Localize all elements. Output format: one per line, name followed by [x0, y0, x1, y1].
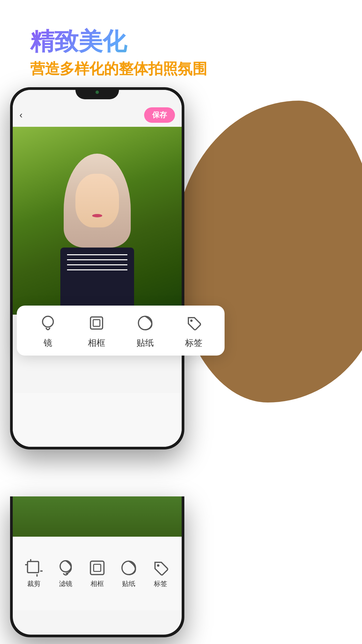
- phone-toolbar: [13, 393, 182, 447]
- frame-icon: [86, 312, 107, 334]
- toolbar2-item-tag[interactable]: 标签: [152, 559, 169, 588]
- toolbar-popup: 镜 相框 贴纸 标签: [17, 306, 225, 356]
- second-phone-screen: 裁剪 滤镜: [13, 496, 182, 635]
- tag-icon: [183, 312, 204, 334]
- svg-point-14: [157, 564, 159, 567]
- second-phone-toolbar: 裁剪 滤镜: [13, 537, 182, 610]
- sticker2-icon: [120, 559, 137, 577]
- svg-rect-1: [90, 317, 103, 329]
- svg-rect-5: [27, 561, 39, 573]
- svg-rect-12: [94, 564, 101, 571]
- crop-label: 裁剪: [27, 579, 41, 588]
- frame2-icon: [88, 559, 106, 577]
- toolbar2-item-frame[interactable]: 相框: [88, 559, 106, 588]
- main-phone: ‹ 保存: [10, 87, 184, 449]
- tag2-icon: [152, 559, 169, 577]
- phone-frame: ‹ 保存: [10, 87, 184, 449]
- svg-point-4: [190, 320, 192, 322]
- svg-rect-11: [90, 561, 104, 574]
- tag2-label: 标签: [154, 579, 167, 588]
- save-button[interactable]: 保存: [144, 107, 175, 123]
- header-section: 精致美化 营造多样化的整体拍照氛围: [30, 27, 207, 79]
- filter-label: 滤镜: [59, 579, 72, 588]
- svg-point-10: [60, 560, 71, 572]
- portrait-body: [60, 248, 134, 315]
- back-button[interactable]: ‹: [19, 110, 22, 120]
- svg-rect-2: [93, 320, 100, 326]
- filter-icon: [57, 559, 74, 577]
- toolbar2-item-crop[interactable]: 裁剪: [25, 559, 43, 588]
- toolbar-item-tag[interactable]: 标签: [183, 312, 204, 349]
- svg-point-0: [43, 316, 53, 327]
- second-phone-photo: [13, 496, 182, 537]
- frame-label: 相框: [88, 337, 105, 349]
- mirror-icon: [37, 312, 59, 334]
- toolbar-item-mirror[interactable]: 镜: [37, 312, 59, 349]
- sticker2-label: 贴纸: [122, 579, 135, 588]
- mirror-label: 镜: [44, 337, 52, 349]
- sub-title: 营造多样化的整体拍照氛围: [30, 59, 207, 79]
- toolbar-item-sticker[interactable]: 贴纸: [134, 312, 156, 349]
- sticker-icon: [134, 312, 156, 334]
- sticker-label: 贴纸: [136, 337, 154, 349]
- app-header: ‹ 保存: [13, 105, 182, 127]
- decorative-blob: [174, 101, 362, 402]
- crop-icon: [25, 559, 43, 577]
- tag-label: 标签: [185, 337, 202, 349]
- toolbar2-item-sticker[interactable]: 贴纸: [120, 559, 137, 588]
- phone-notch: [75, 87, 119, 99]
- photo-area: [13, 127, 182, 315]
- toolbar2-item-filter[interactable]: 滤镜: [57, 559, 74, 588]
- portrait-figure: [50, 154, 144, 315]
- phone-screen: ‹ 保存: [13, 90, 182, 447]
- main-title: 精致美化: [30, 27, 207, 56]
- toolbar-item-frame[interactable]: 相框: [86, 312, 107, 349]
- frame2-label: 相框: [90, 579, 104, 588]
- second-phone: 裁剪 滤镜: [10, 496, 184, 637]
- portrait-face: [75, 174, 119, 227]
